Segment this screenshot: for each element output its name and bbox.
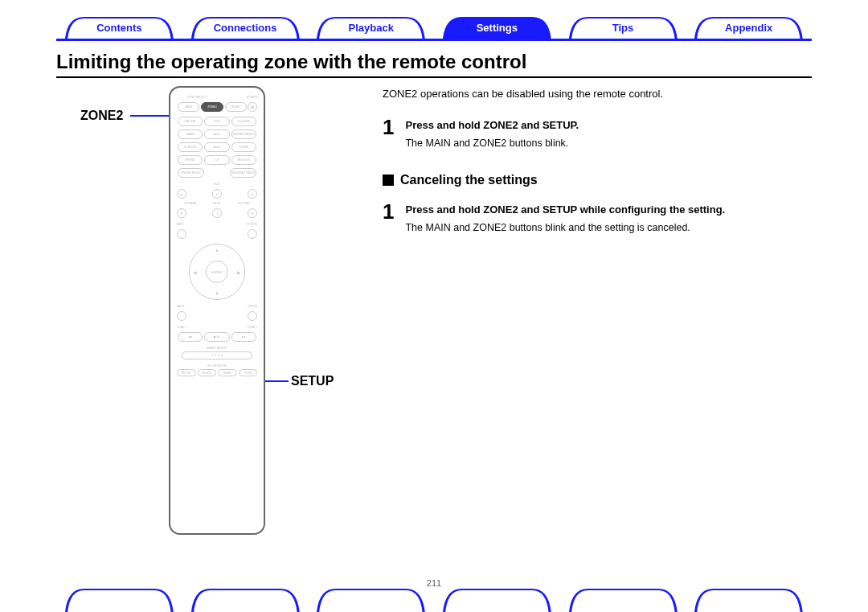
- tab-contents[interactable]: Contents: [56, 16, 182, 39]
- bottom-tab-ornaments: [56, 586, 812, 612]
- subheading-canceling: Canceling the settings: [383, 170, 812, 190]
- remote-body: ZONE SELECTPOWER MAIN ZONE2 SLEEP ⏻ CBL/…: [169, 86, 265, 535]
- step-1: 1 Press and hold ZONE2 and SETUP. The MA…: [383, 117, 812, 151]
- remote-illustration: ZONE2 SETUP ZONE SELECTPOWER MAIN ZONE2 …: [56, 86, 378, 536]
- page-title: Limiting the operating zone with the rem…: [56, 51, 812, 73]
- remote-btn-main: MAIN: [178, 102, 199, 112]
- step-2-number: 1: [383, 201, 394, 236]
- step-2-desc: The MAIN and ZONE2 buttons blink and the…: [405, 220, 725, 236]
- tab-playback[interactable]: Playback: [308, 16, 434, 39]
- remote-btn-sleep: SLEEP: [225, 102, 247, 112]
- step-2-title: Press and hold ZONE2 and SETUP while con…: [405, 202, 725, 218]
- tab-appendix[interactable]: Appendix: [686, 16, 812, 39]
- step-1-title: Press and hold ZONE2 and SETUP.: [405, 117, 579, 133]
- tab-tips[interactable]: Tips: [560, 16, 686, 39]
- remote-btn-power: ⏻: [248, 102, 257, 112]
- callout-setup-label: SETUP: [291, 374, 334, 388]
- remote-dpad: ▲ ▼ ◀ ▶ ENTER: [189, 244, 245, 300]
- tab-settings[interactable]: Settings: [434, 16, 560, 39]
- nav-tabs: Contents Connections Playback Settings T…: [56, 16, 812, 41]
- title-rule: [56, 76, 812, 78]
- remote-btn-zone2: ZONE2: [201, 102, 223, 112]
- intro-text: ZONE2 operations can be disabled using t…: [383, 86, 812, 102]
- remote-btn-setup: [248, 311, 257, 321]
- remote-btn-back: [177, 311, 186, 321]
- step-1-desc: The MAIN and ZONE2 buttons blink.: [405, 136, 579, 151]
- step-1-number: 1: [383, 117, 394, 151]
- step-2: 1 Press and hold ZONE2 and SETUP while c…: [383, 201, 812, 236]
- callout-zone2-label: ZONE2: [80, 109, 123, 123]
- tab-connections[interactable]: Connections: [182, 16, 309, 39]
